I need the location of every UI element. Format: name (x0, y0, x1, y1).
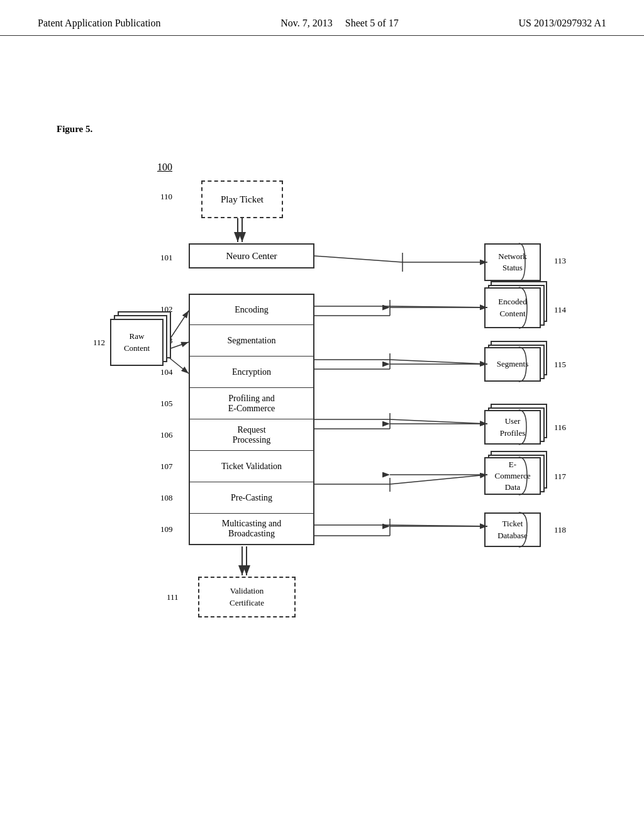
row-request: Request Processing (189, 419, 314, 451)
diagram: 100 Play Ticket 110 Neuro Center 101 Enc… (50, 162, 591, 778)
validation-certificate-box: Validation Certificate (198, 577, 296, 617)
page-header: Patent Application Publication Nov. 7, 2… (0, 0, 644, 36)
label-118: 118 (554, 525, 566, 535)
row-profiling: Profiling and E-Commerce (189, 388, 314, 419)
svg-line-9 (314, 256, 402, 262)
right-box-user-profiles: User Profiles (484, 410, 541, 445)
label-107: 107 (160, 462, 173, 472)
svg-line-29 (390, 475, 487, 484)
row-encryption: Encryption (189, 357, 314, 388)
label-112: 112 (93, 338, 105, 348)
label-101: 101 (160, 253, 173, 263)
raw-content-page-1: Raw Content (110, 319, 164, 366)
label-106: 106 (160, 430, 173, 440)
row-segmentation: Segmentation (189, 325, 314, 357)
row-encoding: Encoding (189, 294, 314, 325)
system-label: 100 (157, 162, 172, 173)
row-multicast: Multicasting and Broadcasting (189, 514, 314, 545)
right-box-ticket-database: Ticket Database (484, 512, 541, 547)
figure-area: Figure 5. 100 Play Ticket 110 Neuro Cent… (0, 36, 644, 828)
header-publication: Patent Application Publication (38, 18, 161, 29)
row-precasting: Pre-Casting (189, 482, 314, 514)
label-108: 108 (160, 493, 173, 503)
label-114: 114 (554, 305, 566, 315)
right-box-encoded-content: Encoded Content (484, 287, 541, 328)
right-box-network-status: Network Status (484, 243, 541, 281)
header-date: Nov. 7, 2013 Sheet 5 of 17 (280, 18, 398, 29)
label-117: 117 (554, 472, 566, 482)
row-ticket-validation: Ticket Validation (189, 451, 314, 482)
right-box-segments: Segments (484, 347, 541, 382)
label-104: 104 (160, 367, 173, 377)
header-patent-number: US 2013/0297932 A1 (518, 18, 606, 29)
label-105: 105 (160, 399, 173, 409)
label-110: 110 (160, 192, 172, 202)
label-115: 115 (554, 360, 566, 370)
label-116: 116 (554, 423, 566, 433)
right-box-ecommerce-data: E- Commerce Data (484, 457, 541, 495)
svg-line-14 (390, 306, 487, 307)
figure-label: Figure 5. (57, 124, 92, 135)
label-113: 113 (554, 256, 566, 266)
svg-line-19 (390, 360, 487, 364)
label-111: 111 (167, 592, 179, 602)
svg-line-24 (390, 419, 487, 424)
label-109: 109 (160, 524, 173, 534)
neuro-center-box: Neuro Center (189, 243, 314, 268)
svg-line-33 (390, 525, 487, 526)
play-ticket-box: Play Ticket (201, 180, 283, 218)
